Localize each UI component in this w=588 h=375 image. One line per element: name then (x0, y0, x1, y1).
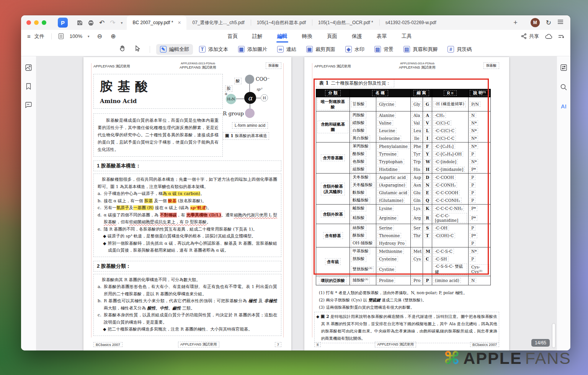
table-cell: Cysteine (376, 255, 411, 263)
close-icon[interactable]: × (177, 20, 181, 26)
collapse-toolbar-icon[interactable] (559, 34, 564, 39)
zoom-in-button[interactable]: ⊕ (108, 33, 118, 40)
tool-button[interactable]: ▣裁剪頁面 (302, 44, 339, 55)
file-menu-button[interactable]: 文件 (34, 33, 44, 40)
tool-button[interactable]: T添加文本 (195, 44, 232, 55)
bookmark-icon[interactable] (25, 83, 32, 92)
footer-watermark: APPLEFANS 測試使用 (375, 342, 416, 347)
close-window-button[interactable] (26, 20, 31, 25)
section2-intro: 胺基酸由其 R 基團的化學構造不同，可分為數大類。 (98, 277, 277, 284)
ribbon-tab-工具[interactable]: 工具 (401, 31, 413, 42)
ribbon-tab-保護[interactable]: 保護 (351, 31, 363, 42)
redo-icon[interactable]: ↷ (110, 20, 115, 26)
table-cell: Ala (411, 111, 423, 120)
table-cell: Serine (376, 224, 411, 232)
zoom-caret-icon[interactable]: ▾ (88, 34, 90, 38)
table-cell: 離胺酸 (350, 205, 376, 213)
document-tab[interactable]: s41392-025-02269-w.pdf (379, 15, 443, 30)
table-cell: -C-OH (432, 224, 469, 232)
page-display-icon[interactable] (59, 33, 64, 39)
list-item: a.分子構造的中心為一碳原子，稱為 α 碳 (α carbon)。 (98, 190, 277, 198)
ai-assistant-icon[interactable]: AI (561, 103, 567, 110)
table-cell: (imino acid) (432, 276, 469, 285)
panel-icon[interactable] (560, 64, 567, 73)
table-cell: Isoleucine (376, 134, 411, 142)
diagram-sp3-label: sp³ (256, 87, 262, 91)
share-button[interactable]: 共享 (529, 33, 539, 40)
tool-button[interactable]: ∞連結 (273, 44, 300, 55)
table-header: 分 類 (316, 89, 350, 97)
tool-button[interactable]: ◈水印 (341, 44, 368, 55)
hand-tool-icon[interactable] (116, 44, 129, 55)
tool-button[interactable]: ▨背景 (371, 44, 397, 55)
table-header: R = (432, 89, 469, 97)
zoom-out-button[interactable]: ⊖ (95, 33, 105, 40)
document-tab[interactable]: 105(1~4)自然..._OCR.pdf * (312, 15, 379, 30)
margin-line (283, 63, 284, 337)
list-item: c.另有一氫原子及一基團 (R) 接在 α 碳上 (碳為 sp³軌道)。 (98, 205, 277, 212)
comment-icon[interactable] (25, 102, 32, 110)
new-tab-button[interactable]: + (507, 19, 524, 27)
window-controls (21, 15, 51, 30)
sync-icon[interactable]: ↻ (546, 19, 551, 27)
tool-button[interactable]: ✎編輯全部 (156, 44, 193, 55)
pdf-page-7[interactable]: APPLEFANS 測試使用 APPLEFANS-0013-PDNob APPL… (83, 57, 291, 350)
item-label: b. (98, 298, 104, 312)
menu-hamburger-icon[interactable] (557, 19, 564, 26)
table-cell: Asn (411, 181, 423, 189)
table-category-cell: 含有硫 (316, 247, 350, 276)
document-tab[interactable]: BC 2007_copy.pdf *× (127, 15, 186, 30)
ribbon-tab-編輯[interactable]: 編輯 (276, 31, 288, 42)
table-cell: V (423, 119, 432, 127)
divider (150, 46, 150, 53)
table-cell: N* (469, 127, 491, 134)
document-tab[interactable]: 105(1~4)自然科題本.pdf (251, 15, 312, 30)
ribbon-tab-頁面[interactable]: 頁面 (326, 31, 338, 42)
select-cursor-icon[interactable] (132, 44, 144, 55)
account-avatar[interactable]: M (531, 18, 540, 27)
table-cell: 酥胺酸 (350, 232, 376, 239)
table-cell: P* (469, 165, 491, 174)
print-icon[interactable] (88, 20, 94, 26)
table-cell: (Asparagine) (376, 181, 411, 189)
menu-bar: ≡ 文件 100% ▾ ⊖ ⊕ 首頁註解編輯轉換頁面保護表單工具 共享 (21, 30, 570, 43)
page-title: 胺基酸 (100, 78, 217, 95)
ribbon-tab-轉換[interactable]: 轉換 (301, 31, 313, 42)
save-icon[interactable] (77, 20, 83, 26)
table-cell: P* (469, 212, 491, 224)
table1-title: 表 1二十種胺基酸的分類及性質： (316, 79, 394, 87)
minimize-window-button[interactable] (34, 20, 39, 25)
ribbon-tab-表單[interactable]: 表單 (376, 31, 388, 42)
table-cell: -C-SH (432, 255, 469, 263)
table-cell: R (423, 212, 432, 224)
tool-label: 頁眉和頁腳 (413, 46, 438, 53)
thumbnails-icon[interactable] (25, 64, 32, 73)
tool-button[interactable]: ▦添加圖片 (234, 44, 271, 55)
table-category-cell: 含額外酸基(及其醯胺) (316, 174, 350, 205)
diagram-amine-label: 胺 (225, 85, 232, 92)
table-cell: Lys (411, 205, 423, 213)
tool-button[interactable]: ▤頁眉和頁腳 (400, 44, 441, 55)
history-caret-icon[interactable]: ▾ (121, 21, 123, 25)
search-icon[interactable] (560, 84, 567, 92)
table-cell: Gln (411, 197, 423, 205)
figure1-caption: 圖 1胺基酸的基本構造 (223, 132, 269, 140)
document-tab[interactable]: 07_選修化學上..._ch5.pdf (186, 15, 251, 30)
fullscreen-window-button[interactable] (42, 20, 46, 25)
page-header: APPLEFANS 測試使用 APPLEFANS-0013-PDNob APPL… (93, 62, 281, 70)
cloud-icon[interactable] (545, 34, 552, 39)
table-cell: -CH₃ (432, 111, 469, 120)
table-cell: P* (469, 232, 491, 239)
table-category-cell: 含飽和碳氫基團 (316, 111, 350, 142)
diagram-coo-label: COO⁻ (256, 76, 270, 82)
footer-book: BCbasics 2007 (470, 342, 499, 347)
ribbon-tab-首頁[interactable]: 首頁 (227, 31, 238, 42)
vertical-scrollbar-thumb[interactable] (552, 324, 555, 347)
header-watermark-left: APPLEFANS 測試使用 (93, 64, 130, 69)
figure2-note: ◆ 圖 2 是特地設計用來說明各胺基酸的構造關係，不是代謝途徑，請特別注意。圖中… (314, 312, 499, 343)
tool-button[interactable]: #貝茨碼 (444, 44, 475, 55)
undo-icon[interactable]: ↶ (99, 20, 105, 26)
ribbon-tab-註解[interactable]: 註解 (252, 31, 263, 42)
pdf-page-8[interactable]: APPLEFANS 測試使用 APPLEFANS-0014-PDNob APPL… (304, 57, 509, 350)
zoom-level-value[interactable]: 100% (70, 33, 82, 39)
